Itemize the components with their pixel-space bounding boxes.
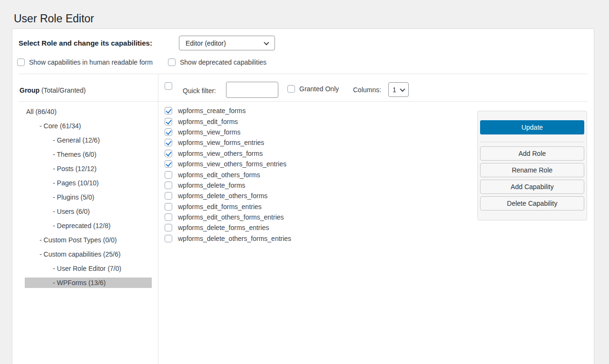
capability-row[interactable]: wpforms_delete_forms (165, 180, 291, 191)
capability-checkbox[interactable] (165, 182, 172, 189)
columns-label: Columns: (353, 86, 381, 94)
granted-only-checkbox[interactable] (287, 85, 295, 93)
capability-row[interactable]: wpforms_edit_forms (165, 116, 291, 126)
human-readable-checkbox[interactable] (17, 58, 25, 66)
capability-checkbox[interactable] (165, 224, 172, 231)
quick-filter-input[interactable] (226, 82, 278, 98)
deprecated-option[interactable]: Show deprecated capabilities (168, 58, 266, 66)
capability-checkbox[interactable] (165, 118, 172, 125)
columns-select[interactable]: 1 (388, 82, 409, 97)
capability-row[interactable]: wpforms_delete_others_forms_entries (165, 233, 291, 244)
capability-row[interactable]: wpforms_delete_forms_entries (165, 222, 291, 233)
group-tree-item[interactable]: All (86/40) (25, 106, 152, 117)
group-tree-item[interactable]: - Themes (6/0) (25, 149, 152, 160)
capability-label: wpforms_edit_others_forms_entries (178, 213, 284, 221)
select-all-checkbox[interactable] (165, 82, 172, 90)
group-header-title: Group (20, 86, 39, 94)
group-tree-item[interactable]: - Plugins (5/0) (25, 192, 152, 202)
capability-row[interactable]: wpforms_view_others_forms (165, 148, 291, 159)
capability-checkbox[interactable] (165, 235, 172, 242)
divider (19, 74, 588, 74)
capability-label: wpforms_delete_forms (178, 182, 246, 189)
quick-filter-label: Quick filter: (183, 87, 216, 95)
group-tree-item[interactable]: - Pages (10/10) (25, 178, 152, 188)
capability-checkbox[interactable] (165, 213, 172, 221)
group-header-suffix: (Total/Granted) (41, 86, 86, 94)
group-tree: All (86/40) - Core (61/34) - General (12… (25, 106, 152, 292)
capability-label: wpforms_view_others_forms_entries (178, 160, 286, 168)
delete-capability-button[interactable]: Delete Capability (480, 196, 584, 211)
divider (19, 101, 588, 102)
granted-only-label: Granted Only (299, 85, 339, 93)
actions-panel: Update Add Role Rename Role Add Capabili… (477, 111, 587, 220)
capability-row[interactable]: wpforms_edit_others_forms_entries (165, 212, 291, 222)
role-select[interactable]: Editor (editor) (179, 36, 275, 50)
capabilities-list: wpforms_create_forms wpforms_edit_forms … (165, 105, 291, 244)
deprecated-label: Show deprecated capabilities (180, 58, 266, 66)
capability-label: wpforms_edit_others_forms (178, 171, 260, 179)
group-tree-item[interactable]: - Custom capabilities (25/6) (25, 249, 152, 259)
capability-label: wpforms_delete_others_forms_entries (178, 235, 291, 242)
user-role-editor-panel: Select Role and change its capabilities:… (12, 29, 594, 364)
capability-row[interactable]: wpforms_view_forms_entries (165, 137, 291, 148)
chevron-down-icon (264, 39, 269, 45)
divider (480, 142, 584, 142)
group-tree-item[interactable]: - User Role Editor (7/0) (25, 263, 152, 274)
capability-label: wpforms_create_forms (178, 107, 246, 115)
group-tree-item[interactable]: - Core (61/34) (25, 121, 152, 131)
human-readable-label: Show capabilities in human readable form (29, 58, 153, 66)
granted-only-option[interactable]: Granted Only (287, 85, 339, 93)
group-tree-item[interactable]: - Users (6/0) (25, 206, 152, 217)
capability-checkbox[interactable] (165, 150, 172, 157)
capability-label: wpforms_view_forms (178, 128, 240, 136)
group-tree-item[interactable]: - General (12/6) (25, 135, 152, 145)
column-divider (158, 74, 158, 364)
capability-checkbox[interactable] (165, 203, 172, 211)
capability-label: wpforms_view_others_forms (178, 150, 263, 157)
capability-checkbox[interactable] (165, 128, 172, 136)
group-tree-item[interactable]: - Posts (12/12) (25, 163, 152, 174)
group-tree-item[interactable]: - WPForms (13/6) (25, 278, 152, 288)
capability-label: wpforms_delete_others_forms (178, 192, 267, 200)
capability-label: wpforms_delete_forms_entries (178, 224, 269, 231)
page-title: User Role Editor (14, 12, 94, 26)
human-readable-option[interactable]: Show capabilities in human readable form (17, 58, 153, 66)
capability-label: wpforms_edit_forms_entries (178, 203, 262, 211)
capability-checkbox[interactable] (165, 171, 172, 179)
capability-row[interactable]: wpforms_edit_forms_entries (165, 201, 291, 212)
update-button[interactable]: Update (480, 120, 584, 134)
capability-checkbox[interactable] (165, 160, 172, 168)
capability-label: wpforms_view_forms_entries (178, 139, 264, 146)
capability-checkbox[interactable] (165, 192, 172, 200)
capability-label: wpforms_edit_forms (178, 118, 238, 125)
capability-row[interactable]: wpforms_edit_others_forms (165, 169, 291, 180)
deprecated-checkbox[interactable] (168, 58, 176, 66)
capability-checkbox[interactable] (165, 107, 172, 115)
role-select-value: Editor (editor) (186, 39, 226, 47)
columns-select-value: 1 (393, 86, 396, 94)
capability-row[interactable]: wpforms_view_forms (165, 127, 291, 137)
capability-row[interactable]: wpforms_view_others_forms_entries (165, 159, 291, 169)
capability-checkbox[interactable] (165, 139, 172, 146)
add-capability-button[interactable]: Add Capability (480, 180, 584, 194)
group-tree-header: Group (Total/Granted) (20, 86, 86, 94)
group-tree-item[interactable]: - Custom Post Types (0/0) (25, 235, 152, 245)
rename-role-button[interactable]: Rename Role (480, 163, 584, 177)
capability-row[interactable]: wpforms_create_forms (165, 105, 291, 116)
capability-row[interactable]: wpforms_delete_others_forms (165, 191, 291, 201)
add-role-button[interactable]: Add Role (480, 146, 584, 161)
role-select-label: Select Role and change its capabilities: (19, 39, 152, 47)
chevron-down-icon (400, 86, 405, 91)
group-tree-item[interactable]: - Deprecated (12/8) (25, 220, 152, 231)
